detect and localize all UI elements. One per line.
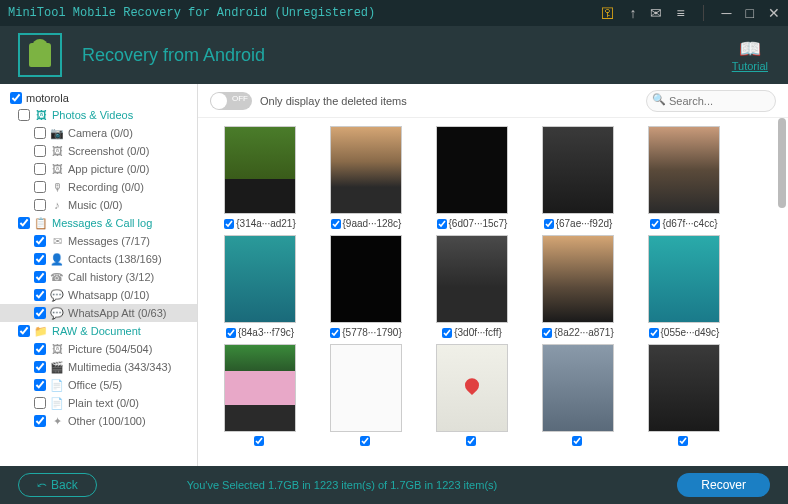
sidebar-tree[interactable]: motorola🖼Photos & Videos📷Camera (0/0)🖼Sc… [0, 84, 198, 466]
thumbnail-item[interactable] [634, 344, 734, 446]
tree-checkbox[interactable] [34, 397, 46, 409]
back-button[interactable]: ⤺ Back [18, 473, 97, 497]
thumbnail-checkbox[interactable] [650, 219, 660, 229]
tree-item[interactable]: 👤Contacts (138/169) [0, 250, 197, 268]
thumbnail-checkbox[interactable] [437, 219, 447, 229]
close-icon[interactable]: ✕ [768, 5, 780, 21]
thumbnail-checkbox[interactable] [649, 328, 659, 338]
tree-checkbox[interactable] [34, 415, 46, 427]
thumbnail-image[interactable] [648, 126, 720, 214]
thumbnail-checkbox[interactable] [226, 328, 236, 338]
thumbnail-checkbox[interactable] [331, 219, 341, 229]
tree-checkbox[interactable] [34, 199, 46, 211]
thumbnail-image[interactable] [648, 235, 720, 323]
maximize-icon[interactable]: □ [746, 5, 754, 21]
scrollbar-thumb[interactable] [778, 118, 786, 208]
thumbnail-item[interactable] [316, 344, 416, 446]
thumbnail-item[interactable]: {314a···ad21} [210, 126, 310, 229]
thumbnail-item[interactable]: {67ae···f92d} [528, 126, 628, 229]
tree-checkbox[interactable] [34, 127, 46, 139]
tree-checkbox[interactable] [34, 289, 46, 301]
thumbnail-checkbox[interactable] [544, 219, 554, 229]
up-arrow-icon[interactable]: ↑ [629, 5, 636, 21]
thumbnail-checkbox[interactable] [360, 436, 370, 446]
minimize-icon[interactable]: ─ [722, 5, 732, 21]
tree-checkbox[interactable] [34, 145, 46, 157]
thumbnail-image[interactable] [542, 126, 614, 214]
thumbnail-scroll[interactable]: {314a···ad21}{9aad···128c}{6d07···15c7}{… [198, 118, 788, 466]
tree-checkbox[interactable] [34, 163, 46, 175]
thumbnail-checkbox[interactable] [466, 436, 476, 446]
thumbnail-item[interactable] [528, 344, 628, 446]
thumbnail-checkbox[interactable] [542, 328, 552, 338]
thumbnail-item[interactable]: {9aad···128c} [316, 126, 416, 229]
tree-label: Contacts (138/169) [68, 253, 162, 265]
tutorial-link[interactable]: 📖 Tutorial [732, 38, 768, 72]
thumbnail-checkbox[interactable] [442, 328, 452, 338]
tree-checkbox[interactable] [34, 343, 46, 355]
menu-icon[interactable]: ≡ [676, 5, 684, 21]
thumbnail-image[interactable] [436, 344, 508, 432]
thumbnail-item[interactable]: {5778···1790} [316, 235, 416, 338]
thumbnail-checkbox[interactable] [678, 436, 688, 446]
thumbnail-image[interactable] [542, 344, 614, 432]
thumbnail-image[interactable] [436, 235, 508, 323]
tree-checkbox[interactable] [34, 271, 46, 283]
tree-checkbox[interactable] [34, 181, 46, 193]
key-icon[interactable]: ⚿ [601, 5, 615, 21]
tree-checkbox[interactable] [34, 379, 46, 391]
thumbnail-item[interactable]: {055e···d49c} [634, 235, 734, 338]
tree-item[interactable]: 📄Plain text (0/0) [0, 394, 197, 412]
tree-checkbox[interactable] [34, 253, 46, 265]
tree-item[interactable]: 🎬Multimedia (343/343) [0, 358, 197, 376]
thumbnail-image[interactable] [648, 344, 720, 432]
thumbnail-checkbox[interactable] [224, 219, 234, 229]
thumbnail-image[interactable] [330, 126, 402, 214]
thumbnail-image[interactable] [224, 344, 296, 432]
tree-item[interactable]: ☎Call history (3/12) [0, 268, 197, 286]
tree-item[interactable]: 🖼Picture (504/504) [0, 340, 197, 358]
thumbnail-image[interactable] [224, 126, 296, 214]
thumbnail-item[interactable]: {84a3···f79c} [210, 235, 310, 338]
tree-item[interactable]: 🖼Photos & Videos [0, 106, 197, 124]
recover-button[interactable]: Recover [677, 473, 770, 497]
thumbnail-grid: {314a···ad21}{9aad···128c}{6d07···15c7}{… [202, 126, 784, 446]
mail-icon[interactable]: ✉ [650, 5, 662, 21]
thumbnail-checkbox[interactable] [254, 436, 264, 446]
tree-checkbox[interactable] [18, 325, 30, 337]
thumbnail-checkbox[interactable] [330, 328, 340, 338]
tree-item[interactable]: 🖼Screenshot (0/0) [0, 142, 197, 160]
thumbnail-item[interactable]: {d67f···c4cc} [634, 126, 734, 229]
tree-checkbox[interactable] [18, 217, 30, 229]
thumbnail-image[interactable] [330, 235, 402, 323]
thumbnail-checkbox[interactable] [572, 436, 582, 446]
tree-checkbox[interactable] [34, 361, 46, 373]
thumbnail-image[interactable] [542, 235, 614, 323]
thumbnail-item[interactable]: {8a22···a871} [528, 235, 628, 338]
search-input[interactable] [646, 90, 776, 112]
tree-item[interactable]: 📋Messages & Call log [0, 214, 197, 232]
tree-checkbox[interactable] [34, 235, 46, 247]
tree-item[interactable]: ♪Music (0/0) [0, 196, 197, 214]
tree-item[interactable]: ✦Other (100/100) [0, 412, 197, 430]
tree-item[interactable]: 📷Camera (0/0) [0, 124, 197, 142]
thumbnail-image[interactable] [224, 235, 296, 323]
thumbnail-item[interactable] [210, 344, 310, 446]
tree-checkbox[interactable] [10, 92, 22, 104]
tree-item[interactable]: 📁RAW & Document [0, 322, 197, 340]
thumbnail-image[interactable] [330, 344, 402, 432]
deleted-only-toggle[interactable]: OFF [210, 92, 252, 110]
tree-item[interactable]: 💬Whatsapp (0/10) [0, 286, 197, 304]
tree-item[interactable]: motorola [0, 90, 197, 106]
thumbnail-item[interactable] [422, 344, 522, 446]
thumbnail-item[interactable]: {3d0f···fcff} [422, 235, 522, 338]
tree-item[interactable]: 📄Office (5/5) [0, 376, 197, 394]
tree-item[interactable]: ✉Messages (7/17) [0, 232, 197, 250]
tree-item[interactable]: 🖼App picture (0/0) [0, 160, 197, 178]
thumbnail-image[interactable] [436, 126, 508, 214]
tree-item[interactable]: 🎙Recording (0/0) [0, 178, 197, 196]
thumbnail-item[interactable]: {6d07···15c7} [422, 126, 522, 229]
tree-checkbox[interactable] [18, 109, 30, 121]
tree-checkbox[interactable] [34, 307, 46, 319]
tree-item[interactable]: 💬WhatsApp Att (0/63) [0, 304, 197, 322]
